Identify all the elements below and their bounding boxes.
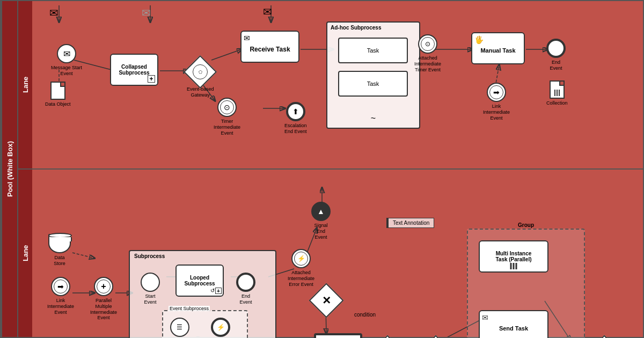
- group-container: Group Multi InstanceTask (Parallel): [467, 229, 585, 338]
- link-intermediate-event-1-shape: ➡: [487, 83, 506, 102]
- link-intermediate-event-1[interactable]: ➡ LinkIntermediateEvent: [483, 83, 510, 121]
- manual-task[interactable]: 🖐 Manual Task: [471, 32, 525, 64]
- svg-line-13: [72, 253, 94, 258]
- link-intermediate-event-2[interactable]: ➡ LinkIntermediateEvent: [47, 277, 74, 315]
- link-intermediate-event-1-label: LinkIntermediateEvent: [483, 104, 510, 121]
- call-activity[interactable]: Call Activity: [314, 333, 362, 338]
- conditional-start-event[interactable]: ☰ ConditionalStart Event: [167, 318, 192, 338]
- subprocess-end-shape: [236, 273, 255, 292]
- send-task-shape: ✉ Send Task: [479, 310, 548, 338]
- message-flow-icon-3: ✉: [263, 5, 272, 18]
- end-event-1-shape: [546, 39, 566, 58]
- adhoc-task-2[interactable]: Task: [338, 71, 408, 97]
- lane-1-content: ✉ Message Start Event ✉ ✉ ✉: [32, 1, 643, 168]
- subprocess-title: Subprocess: [134, 253, 165, 259]
- collection[interactable]: Collection: [546, 80, 568, 106]
- subprocess-start-shape: [141, 273, 160, 292]
- lane-1: Lane: [17, 1, 643, 170]
- signal-end-event[interactable]: ▲ SignalEndEvent: [311, 202, 331, 240]
- message-start-event-label: Message Start Event: [45, 65, 88, 77]
- call-activity-shape: Call Activity: [314, 333, 362, 338]
- receive-task[interactable]: ✉ Receive Task: [240, 31, 299, 63]
- message-start-event[interactable]: ✉ Message Start Event: [45, 44, 88, 77]
- multi-instance-task[interactable]: Multi InstanceTask (Parallel): [479, 240, 548, 273]
- data-store-shape: [48, 234, 71, 253]
- collapsed-subprocess-shape: CollapsedSubprocess +: [110, 54, 158, 86]
- event-based-gateway[interactable]: ⬠ Event-basedGateway: [187, 59, 214, 98]
- data-object-label: Data Object: [45, 101, 71, 107]
- svg-line-3: [211, 49, 241, 60]
- timer-intermediate-event-label: TimerIntermediateEvent: [214, 119, 240, 136]
- group-label: Group: [516, 222, 536, 228]
- pool-label: Pool (White Box): [1, 1, 17, 337]
- subprocess-start-event[interactable]: StartEvent: [141, 273, 160, 305]
- parallel-multiple-intermediate[interactable]: + ParallelMultipleIntermediateEvent: [90, 277, 117, 321]
- lane-2-label: Lane: [17, 170, 32, 337]
- escalation-end-event-label: EscalationEnd Event: [284, 123, 307, 135]
- collection-lines: [554, 90, 560, 96]
- message-flow-icon-1: ✉: [49, 6, 58, 19]
- event-based-gateway-shape: ⬠: [187, 59, 213, 85]
- parallel-multiple-intermediate-shape: +: [94, 277, 113, 296]
- send-task[interactable]: ✉ Send Task: [479, 310, 548, 338]
- looped-subprocess[interactable]: LoopedSubprocess ↺+: [175, 264, 224, 297]
- message-flow-icon-2: ✉: [142, 6, 151, 19]
- message-start-event-shape: ✉: [57, 44, 76, 63]
- event-subprocess-title: Event Subprocess: [169, 306, 210, 311]
- adhoc-subprocess-title: Ad-hoc Subprocess: [331, 25, 381, 31]
- adhoc-subprocess[interactable]: Ad-hoc Subprocess Task Task ~: [326, 21, 420, 129]
- link-intermediate-event-2-label: LinkIntermediateEvent: [47, 298, 74, 315]
- timer-intermediate-event-shape: ⊙: [217, 98, 237, 117]
- signal-end-shape: ▲: [311, 202, 331, 221]
- collection-label: Collection: [546, 100, 568, 106]
- escalation-end-event-shape: ⬆: [286, 102, 305, 121]
- subprocess-end-event[interactable]: EndEvent: [236, 273, 255, 305]
- condition-label: condition: [354, 312, 376, 318]
- error-end-event-inner[interactable]: ⚡ Error EndEvent: [210, 318, 231, 338]
- pool: Pool (White Box) Lane: [0, 0, 644, 338]
- data-store-label: DataStore: [54, 255, 65, 267]
- data-store[interactable]: DataStore: [48, 234, 71, 267]
- subprocess-container: Subprocess StartEvent LoopedSubprocess: [129, 250, 276, 338]
- attached-error-shape: ⚡: [291, 249, 311, 268]
- adhoc-tilde: ~: [371, 114, 376, 123]
- attached-timer-shape: ⊙: [418, 34, 437, 54]
- parallel-multiple-intermediate-label: ParallelMultipleIntermediateEvent: [90, 298, 117, 321]
- attached-timer-event[interactable]: ⊙ AttachedIntermediateTimer Event: [414, 34, 441, 72]
- multi-instance-task-shape: Multi InstanceTask (Parallel): [479, 240, 548, 273]
- text-annotation-box: Text Annotation: [386, 218, 434, 228]
- collapsed-subprocess[interactable]: CollapsedSubprocess +: [110, 54, 158, 86]
- adhoc-subprocess-shape: Ad-hoc Subprocess Task Task ~: [326, 21, 420, 129]
- exclusive-gateway-upper-shape: ✕: [312, 286, 340, 314]
- attached-error-label: AttachedIntermediateError Event: [288, 270, 314, 287]
- receive-task-shape: ✉ Receive Task: [240, 31, 299, 63]
- text-annotation: Text Annotation: [386, 218, 434, 228]
- timer-intermediate-event[interactable]: ⊙ TimerIntermediateEvent: [214, 98, 240, 136]
- signal-end-label: SignalEndEvent: [314, 223, 327, 240]
- lane-1-label: Lane: [17, 1, 32, 168]
- error-end-event-inner-shape: ⚡: [211, 318, 230, 337]
- looped-subprocess-shape: LoopedSubprocess ↺+: [175, 264, 224, 297]
- subprocess-end-label: EndEvent: [239, 293, 252, 305]
- lane-2: Lane: [17, 170, 643, 337]
- pool-content: Lane: [17, 1, 643, 337]
- attached-error-event[interactable]: ⚡ AttachedIntermediateError Event: [288, 249, 314, 287]
- multi-instance-markers: [510, 263, 517, 269]
- conditional-start-shape: ☰: [170, 318, 189, 337]
- subprocess-start-label: StartEvent: [144, 293, 156, 305]
- data-object-shape: [50, 82, 65, 100]
- event-subprocess-container: Event Subprocess ☰ ConditionalStart Even…: [162, 310, 248, 338]
- escalation-end-event[interactable]: ⬆ EscalationEnd Event: [284, 102, 307, 135]
- link-intermediate-event-2-shape: ➡: [51, 277, 70, 296]
- end-event-1[interactable]: EndEvent: [546, 39, 566, 71]
- end-event-1-label: EndEvent: [550, 60, 562, 71]
- collection-shape: [550, 80, 565, 99]
- attached-timer-label: AttachedIntermediateTimer Event: [414, 55, 441, 72]
- subprocess-shape: Subprocess StartEvent LoopedSubprocess: [129, 250, 276, 338]
- manual-task-shape: 🖐 Manual Task: [471, 32, 525, 64]
- exclusive-gateway-upper[interactable]: ✕: [312, 286, 340, 314]
- data-object[interactable]: Data Object: [45, 82, 71, 107]
- looped-subprocess-markers: ↺+: [210, 288, 222, 294]
- lane-2-content: DataStore ➡ LinkIntermediateEvent + Para…: [32, 170, 643, 337]
- adhoc-task-1[interactable]: Task: [338, 38, 408, 63]
